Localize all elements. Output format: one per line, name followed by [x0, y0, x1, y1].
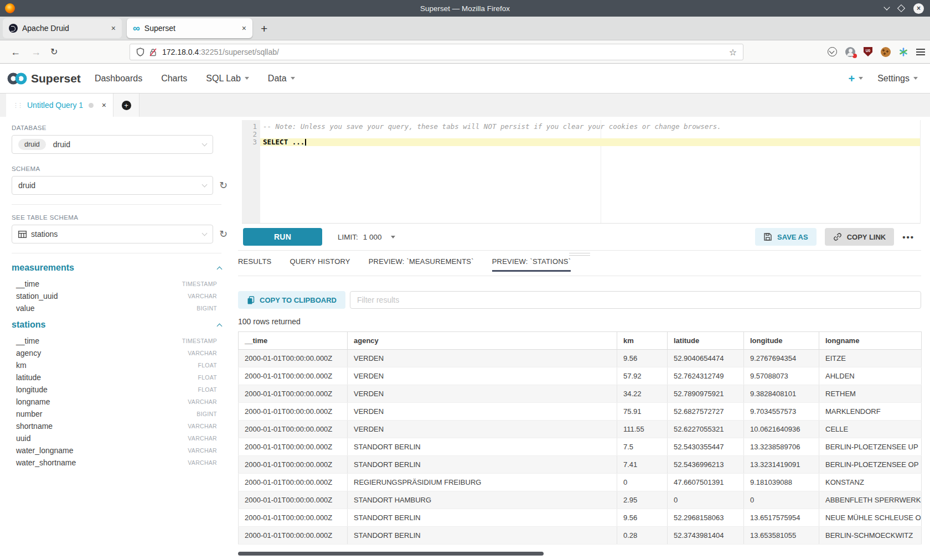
table-cell: 2000-01-01T00:00:00.000Z [239, 456, 348, 474]
table-row: 2000-01-01T00:00:00.000ZSTANDORT BERLIN9… [239, 509, 922, 527]
column-header-latitude[interactable]: latitude [668, 332, 744, 350]
column-header-__time[interactable]: __time [239, 332, 348, 350]
schema-table-name: measurements [12, 263, 74, 273]
table-body: 2000-01-01T00:00:00.000ZVERDEN9.5652.904… [239, 350, 922, 545]
field-type: VARCHAR [188, 435, 217, 442]
table-select[interactable]: stations [12, 225, 213, 243]
table-cell: STANDORT BERLIN [348, 438, 617, 456]
column-header-agency[interactable]: agency [348, 332, 617, 350]
copy-to-clipboard-button[interactable]: COPY TO CLIPBOARD [238, 291, 345, 309]
field-name: water_longname [16, 446, 74, 455]
nav-item-dashboards[interactable]: Dashboards [95, 74, 142, 84]
run-button[interactable]: RUN [243, 228, 322, 246]
table-cell: STANDORT BERLIN [348, 509, 617, 527]
table-cell: 13.6517575954 [744, 509, 819, 527]
window-close-icon[interactable]: × [913, 3, 924, 14]
schema-table-measurements[interactable]: measurements [12, 263, 221, 273]
results-tabs: RESULTSQUERY HISTORYPREVIEW: `MEASUREMEN… [238, 257, 921, 276]
schema-value: druid [18, 181, 35, 190]
field-name: value [16, 304, 34, 313]
table-cell: 0 [744, 491, 819, 509]
pocket-icon[interactable] [828, 47, 837, 56]
table-cell: 34.22 [617, 385, 668, 403]
brand-name[interactable]: Superset [31, 72, 81, 85]
resize-handle[interactable] [569, 253, 590, 257]
results-tab-3[interactable]: PREVIEW: `MEASUREMENTS` [369, 257, 474, 271]
url-bar[interactable]: 172.18.0.4 :32251/superset/sqllab/ ☆ [130, 44, 743, 60]
scrollbar-thumb[interactable] [238, 552, 544, 556]
editor-code-area[interactable]: -- Note: Unless you save your query, the… [260, 120, 920, 223]
superset-logo[interactable] [6, 71, 28, 86]
nav-item-sql-lab[interactable]: SQL Lab [206, 74, 249, 84]
account-icon[interactable] [845, 47, 855, 57]
divider [12, 204, 221, 205]
druid-favicon [9, 24, 18, 33]
add-query-tab-button[interactable]: + [113, 94, 140, 117]
table-cell: 52.5430355447 [668, 438, 744, 456]
shield-icon[interactable] [136, 48, 144, 56]
horizontal-scrollbar [238, 552, 921, 556]
database-select[interactable]: druid druid [12, 135, 213, 154]
column-header-longname[interactable]: longname [819, 332, 922, 350]
link-icon [833, 232, 842, 241]
table-cell: 7.5 [617, 438, 668, 456]
table-cell: NEUE MÜHLE SCHLEUSE OP [819, 509, 922, 527]
ublock-icon[interactable]: U0 [864, 47, 872, 56]
field-name: number [16, 409, 42, 418]
field-type: FLOAT [198, 374, 217, 381]
new-tab-button[interactable]: + [261, 23, 267, 34]
insecure-lock-icon[interactable] [149, 48, 157, 56]
editor-code-text: SELECT ... [263, 138, 304, 146]
sql-editor[interactable]: 123 -- Note: Unless you save your query,… [242, 120, 921, 224]
window-minimize-icon[interactable] [884, 4, 890, 10]
cookie-extension-icon[interactable] [881, 47, 891, 57]
column-header-longitude[interactable]: longitude [744, 332, 819, 350]
query-tab-untitled-query-1[interactable]: ⋮⋮ Untitled Query 1 × [6, 94, 113, 117]
browser-tab-superset[interactable]: ∞ Superset × [127, 18, 252, 38]
close-query-tab-icon[interactable]: × [102, 101, 106, 110]
table-cell: EITZE [819, 350, 922, 367]
reload-button[interactable]: ↻ [50, 48, 58, 56]
table-cell: 75.91 [617, 403, 668, 421]
results-tab-1[interactable]: RESULTS [238, 257, 271, 271]
schema-table-stations[interactable]: stations [12, 320, 221, 330]
limit-dropdown[interactable]: LIMIT: 1 000 [338, 233, 395, 241]
chevron-down-icon [202, 182, 208, 188]
settings-menu[interactable]: Settings [877, 74, 918, 84]
results-tab-2[interactable]: QUERY HISTORY [290, 257, 350, 271]
nav-item-data[interactable]: Data [268, 74, 295, 84]
table-cell: 47.6607501391 [668, 474, 744, 491]
nav-item-charts[interactable]: Charts [161, 74, 187, 84]
query-tab-label: Untitled Query 1 [27, 101, 83, 110]
filter-results-input[interactable] [350, 291, 921, 309]
extension-asterisk-icon[interactable] [899, 48, 908, 56]
table-cell: STANDORT BERLIN [348, 456, 617, 474]
table-cell: 52.2968158063 [668, 509, 744, 527]
new-item-button[interactable]: + [849, 73, 864, 84]
bookmark-star-icon[interactable]: ☆ [729, 47, 737, 58]
more-options-icon[interactable]: ••• [902, 232, 914, 242]
field-name: uuid [16, 434, 30, 443]
refresh-tables-icon[interactable]: ↻ [219, 229, 228, 239]
superset-navbar: Superset DashboardsChartsSQL LabData + S… [0, 64, 930, 94]
results-tab-4[interactable]: PREVIEW: `STATIONS` [492, 257, 571, 271]
close-tab-icon[interactable]: × [242, 24, 246, 33]
copy-link-button[interactable]: COPY LINK [825, 228, 895, 246]
back-button[interactable]: ← [11, 47, 20, 57]
drag-grip-icon[interactable]: ⋮⋮ [13, 102, 22, 108]
pane-divider [238, 250, 921, 257]
hamburger-menu-icon[interactable] [916, 49, 925, 55]
table-row: 2000-01-01T00:00:00.000ZREGIERUNGSPRÄSID… [239, 474, 922, 491]
limit-label: LIMIT: [338, 233, 358, 241]
schema-select[interactable]: druid [12, 176, 213, 195]
table-cell: 111.55 [617, 421, 668, 438]
forward-button[interactable]: → [31, 47, 41, 57]
close-tab-icon[interactable]: × [111, 24, 116, 33]
table-cell: 2000-01-01T00:00:00.000Z [239, 438, 348, 456]
refresh-schema-icon[interactable]: ↻ [219, 180, 228, 190]
save-as-button[interactable]: SAVE AS [755, 228, 817, 246]
window-maximize-icon[interactable] [897, 4, 905, 12]
browser-tab-apache-druid[interactable]: Apache Druid × [3, 18, 122, 38]
column-header-km[interactable]: km [617, 332, 668, 350]
table-cell: 52.5436996213 [668, 456, 744, 474]
